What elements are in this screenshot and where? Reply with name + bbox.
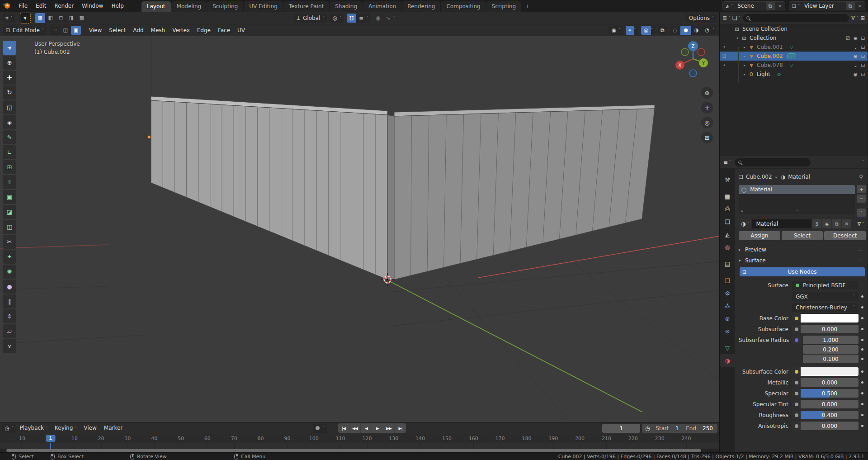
timeline-menu-playback[interactable]: Playback˅: [16, 422, 51, 435]
show-gizmo-toggle[interactable]: ⌖: [626, 26, 634, 35]
properties-tab-view-layer[interactable]: ❏: [720, 215, 735, 228]
navigation-gizmo[interactable]: Z X Y: [672, 40, 714, 81]
tool-rip-region[interactable]: ⋎: [3, 339, 16, 353]
object-name[interactable]: Cube.002: [757, 53, 783, 59]
base-color-swatch[interactable]: [801, 314, 859, 322]
tab-animation[interactable]: Animation: [363, 1, 401, 12]
fake-user-button[interactable]: ◈: [822, 219, 831, 228]
viewport-menu-face[interactable]: Face: [214, 24, 234, 36]
keyframe-dot[interactable]: [861, 403, 863, 405]
tool-annotate[interactable]: ✎: [3, 130, 16, 144]
keyframe-dot[interactable]: [861, 358, 863, 360]
pan-button[interactable]: ✛: [701, 102, 713, 114]
viewport-menu-uv[interactable]: UV: [234, 24, 249, 36]
zoom-button[interactable]: ⊕: [701, 87, 713, 99]
disclosure-arrow-icon[interactable]: ▸: [741, 45, 748, 49]
properties-tab-scene[interactable]: ◭: [720, 228, 735, 241]
tool-knife[interactable]: ✂: [3, 235, 16, 249]
new-view-layer-button[interactable]: ⧉: [846, 2, 855, 10]
camera-icon[interactable]: ⊡: [861, 45, 865, 50]
viewport-menu-vertex[interactable]: Vertex: [169, 24, 193, 36]
keyframe-dot[interactable]: [861, 425, 863, 427]
outliner-search-input[interactable]: [743, 14, 849, 22]
subsurface-radius-field-2[interactable]: 0.100: [803, 355, 859, 363]
keyframe-dot[interactable]: [861, 339, 863, 341]
properties-search-input[interactable]: [735, 158, 811, 166]
properties-tab-physics[interactable]: ⊚: [720, 312, 735, 325]
properties-tab-object[interactable]: ❑: [720, 274, 735, 287]
keyframe-dot[interactable]: [861, 348, 863, 351]
material-preview-button[interactable]: ◑: [691, 26, 702, 35]
tool-scale[interactable]: ◱: [3, 100, 16, 114]
jump-to-end-button[interactable]: ▶|: [395, 423, 406, 433]
list-drag-icon[interactable]: ∷∷: [795, 209, 799, 213]
timeline-menu-keying[interactable]: Keying˅: [51, 422, 80, 435]
eye-closed-icon[interactable]: ⌄: [854, 45, 857, 50]
keyframe-dot[interactable]: [861, 381, 863, 384]
tool-measure[interactable]: ∟: [3, 145, 16, 159]
tab-compositing[interactable]: Compositing: [441, 1, 486, 12]
timeline-menu-view[interactable]: View: [80, 422, 100, 435]
breadcrumb-data[interactable]: Material: [788, 174, 810, 180]
properties-tab-render[interactable]: ▦: [720, 190, 735, 203]
tool-smooth[interactable]: ●: [3, 280, 16, 294]
select-button[interactable]: Select: [782, 231, 823, 240]
outliner-row-collection[interactable]: ▾▤Collection☑◉⊡: [720, 33, 868, 43]
eye-icon[interactable]: ◉: [854, 36, 858, 41]
checkbox-icon[interactable]: ☑: [846, 36, 850, 41]
frame-end-field[interactable]: End 250: [681, 424, 717, 433]
new-scene-button[interactable]: ⧉: [766, 2, 775, 10]
vertex-select-button[interactable]: ∷: [50, 26, 60, 35]
properties-tab-modifiers[interactable]: ⚙: [720, 287, 735, 299]
solid-shading-button[interactable]: ●: [680, 26, 691, 35]
tool-transform[interactable]: ◈: [3, 115, 16, 129]
show-overlays-toggle[interactable]: ◎: [641, 26, 651, 35]
outliner-row-cube-001[interactable]: •▸▼Cube.001▽⌄⊡: [720, 43, 868, 52]
tool-select-box[interactable]: ➤: [3, 41, 16, 55]
subsurface-method-dropdown[interactable]: Christensen-Burley˅: [792, 303, 859, 312]
tool-bevel[interactable]: ◪: [3, 205, 16, 219]
edge-select-button[interactable]: ◫: [61, 26, 71, 35]
editor-type-button[interactable]: ⌗ ˅: [3, 14, 15, 23]
select-mode-invert-button[interactable]: ◨: [66, 13, 76, 23]
specular-field[interactable]: 0.500: [801, 389, 859, 398]
pivot-point-dropdown[interactable]: ◎ ˅: [330, 14, 344, 23]
add-slot-button[interactable]: +: [857, 185, 866, 193]
tool-shear[interactable]: ▱: [3, 324, 16, 338]
surface-panel-header[interactable]: ▾ Surface ∷∷: [739, 256, 866, 266]
tab-sculpting[interactable]: Sculpting: [207, 1, 243, 12]
viewport-3d[interactable]: User Perspective (1) Cube.002 ➤⊕✚↻◱◈✎∟⊞⇧…: [0, 36, 719, 422]
timeline-track[interactable]: [0, 443, 719, 449]
outliner-display-mode-dropdown[interactable]: ≣˅: [722, 15, 730, 21]
frame-start-field[interactable]: Start 1: [651, 424, 683, 433]
eye-closed-icon[interactable]: ⌄: [854, 63, 857, 68]
disclosure-arrow-icon[interactable]: ▸: [741, 63, 748, 67]
menu-help[interactable]: Help: [107, 0, 127, 12]
disclosure-arrow-icon[interactable]: ▸: [741, 72, 748, 76]
tool-loop-cut[interactable]: ◫: [3, 220, 16, 234]
distribution-dropdown[interactable]: GGX˅: [792, 292, 859, 301]
material-slot-active[interactable]: ◯ Material: [739, 185, 855, 194]
menu-file[interactable]: File: [14, 0, 32, 12]
eye-icon[interactable]: ◉: [854, 54, 858, 59]
camera-view-button[interactable]: ◎: [701, 117, 713, 128]
select-mode-extend-button[interactable]: ◧: [46, 13, 56, 23]
tool-edge-slide[interactable]: ∥: [3, 294, 16, 308]
menu-render[interactable]: Render: [50, 0, 78, 12]
menu-window[interactable]: Window: [78, 0, 107, 12]
tab-layout[interactable]: Layout: [142, 1, 171, 12]
preview-panel-header[interactable]: ▸ Preview ∷∷: [739, 245, 866, 255]
material-name-field[interactable]: Material: [752, 219, 811, 228]
transform-orientation-dropdown[interactable]: ⟂ Global ˅: [294, 14, 327, 23]
pin-icon[interactable]: ⚲: [859, 174, 863, 180]
properties-tab-collection[interactable]: ▤: [720, 257, 735, 270]
timeline-ruler[interactable]: -101020304050607080901001101201301401501…: [0, 434, 719, 443]
tab-scripting[interactable]: Scripting: [486, 1, 521, 12]
browse-material-button[interactable]: ◑˅: [739, 219, 751, 228]
keyframe-dot[interactable]: [861, 414, 863, 416]
blender-logo-icon[interactable]: [4, 3, 12, 9]
timeline-editor-type-button[interactable]: ◷ ˅: [2, 424, 16, 433]
node-specials-button[interactable]: ∇˅: [856, 219, 866, 228]
keyframe-dot[interactable]: [861, 392, 863, 394]
disclosure-arrow-icon[interactable]: ▾: [734, 36, 741, 40]
